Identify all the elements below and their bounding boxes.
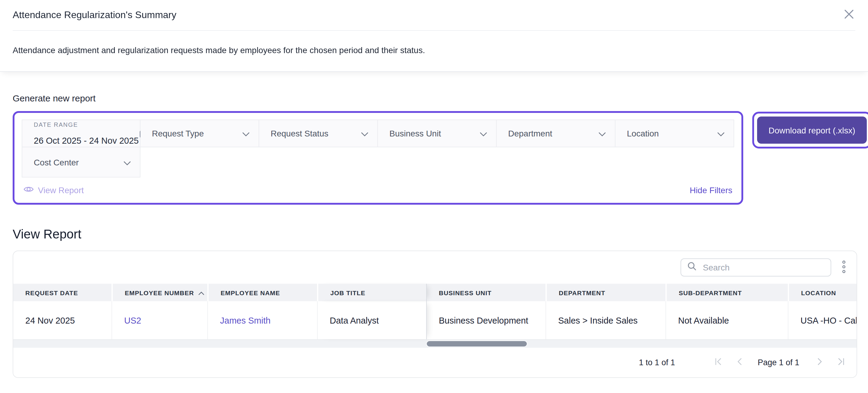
filter-business-unit[interactable]: Business Unit	[378, 119, 497, 147]
previous-page-icon	[737, 358, 742, 367]
chevron-down-icon	[598, 128, 606, 139]
chevron-down-icon	[361, 128, 368, 139]
filter-cost-center[interactable]: Cost Center	[22, 147, 141, 177]
search-input[interactable]	[702, 262, 825, 273]
view-report-link[interactable]: View Report	[24, 185, 84, 195]
chevron-down-icon	[717, 128, 724, 139]
filter-request-type[interactable]: Request Type	[141, 119, 259, 147]
filter-location[interactable]: Location	[615, 119, 734, 147]
column-header-sub-department[interactable]: SUB-DEPARTMENT	[665, 284, 788, 301]
close-icon	[844, 9, 854, 21]
table-footer: 1 to 1 of 1 Page 1 of 1	[13, 348, 857, 377]
employee-name-link[interactable]: James Smith	[220, 315, 271, 325]
next-page-icon	[817, 358, 822, 367]
last-page-button[interactable]	[838, 358, 844, 367]
cell-job-title: Data Analyst	[317, 301, 427, 339]
previous-page-button[interactable]	[737, 358, 742, 367]
column-header-employee-name[interactable]: EMPLOYEE NAME	[207, 284, 317, 301]
page-indicator: Page 1 of 1	[758, 358, 799, 367]
cell-sub-department: Not Available	[665, 301, 788, 339]
cell-location: USA -HO - California	[788, 301, 857, 339]
cell-business-unit: Business Development	[427, 301, 546, 339]
horizontal-scrollbar-track	[13, 340, 857, 348]
chevron-down-icon	[480, 128, 487, 139]
cell-employee-number: US2	[112, 301, 207, 339]
first-page-button[interactable]	[715, 358, 721, 367]
date-range-value: 26 Oct 2025 - 24 Nov 2025	[34, 136, 138, 145]
cell-request-date: 24 Nov 2025	[13, 301, 112, 339]
kebab-menu-button[interactable]	[839, 259, 849, 276]
employee-number-link[interactable]: US2	[124, 315, 141, 325]
hide-filters-link[interactable]: Hide Filters	[689, 185, 733, 195]
column-header-location[interactable]: LOCATION	[788, 284, 857, 301]
column-header-employee-number[interactable]: EMPLOYEE NUMBER	[112, 284, 207, 301]
first-page-icon	[715, 358, 721, 367]
kebab-icon	[841, 260, 846, 275]
column-header-department[interactable]: DEPARTMENT	[546, 284, 665, 301]
table-toolbar	[13, 251, 857, 284]
column-header-business-unit[interactable]: BUSINESS UNIT	[427, 284, 546, 301]
download-report-button[interactable]: Download report (.xlsx)	[757, 116, 867, 144]
search-box	[681, 258, 831, 277]
chevron-down-icon	[124, 157, 131, 168]
horizontal-scrollbar-thumb[interactable]	[426, 340, 527, 347]
pagination-controls: Page 1 of 1	[699, 358, 844, 367]
table-row: 24 Nov 2025 US2 James Smith Data Analyst…	[13, 301, 857, 340]
cell-employee-name: James Smith	[207, 301, 317, 339]
page-title: Attendance Regularization's Summary	[13, 10, 176, 21]
attendance-report-modal: Attendance Regularization's Summary Atte…	[0, 0, 868, 393]
filter-request-status[interactable]: Request Status	[259, 119, 378, 147]
row-range-text: 1 to 1 of 1	[639, 358, 675, 367]
modal-header: Attendance Regularization's Summary Atte…	[0, 0, 868, 71]
cell-department: Sales > Inside Sales	[546, 301, 665, 339]
report-table: REQUEST DATE EMPLOYEE NUMBER EMPLOYEE NA…	[13, 251, 857, 378]
date-range-filter[interactable]: DATE RANGE 26 Oct 2025 - 24 Nov 2025	[22, 119, 141, 147]
generate-report-heading: Generate new report	[13, 93, 855, 103]
chevron-down-icon	[242, 128, 250, 139]
eye-icon	[24, 185, 34, 195]
filter-panel: DATE RANGE 26 Oct 2025 - 24 Nov 2025	[13, 111, 743, 205]
last-page-icon	[838, 358, 844, 367]
next-page-button[interactable]	[817, 358, 822, 367]
search-icon	[687, 261, 697, 274]
table-header-row: REQUEST DATE EMPLOYEE NUMBER EMPLOYEE NA…	[13, 284, 857, 301]
close-button[interactable]	[843, 8, 855, 22]
date-range-label: DATE RANGE	[34, 121, 133, 128]
column-header-job-title[interactable]: JOB TITLE	[317, 284, 427, 301]
filter-department[interactable]: Department	[497, 119, 615, 147]
view-report-heading: View Report	[13, 227, 855, 242]
modal-description: Attendance adjustment and regularization…	[13, 30, 855, 71]
download-button-highlight: Download report (.xlsx)	[752, 112, 868, 148]
sort-asc-icon	[198, 289, 204, 296]
column-header-request-date[interactable]: REQUEST DATE	[13, 284, 112, 301]
